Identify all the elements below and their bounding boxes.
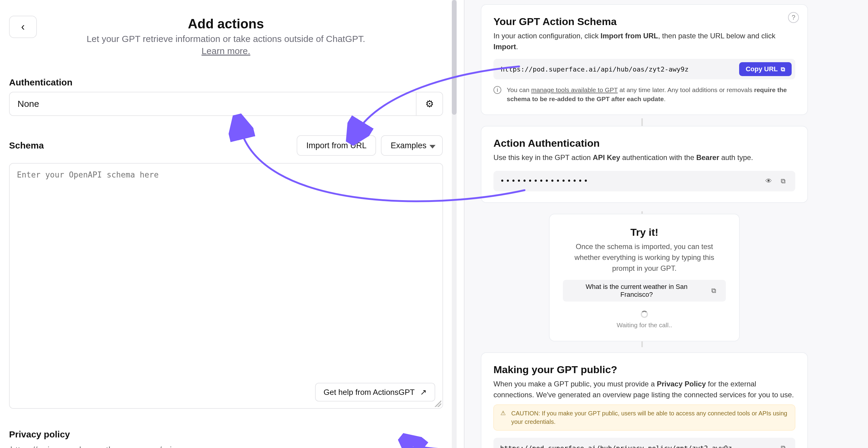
page-subtitle: Let your GPT retrieve information or tak…	[9, 34, 443, 44]
prompt-text: What is the current weather in San Franc…	[569, 283, 704, 299]
schema-editor: Get help from ActionsGPT ↗	[9, 163, 443, 409]
examples-label: Examples	[391, 141, 427, 150]
examples-dropdown[interactable]: Examples	[381, 135, 443, 156]
back-button[interactable]: ‹	[9, 16, 37, 38]
api-key-masked: ••••••••••••••••	[500, 177, 760, 185]
action-authentication-card: Action Authentication Use this key in th…	[481, 126, 808, 203]
authentication-field[interactable]: None ⚙	[9, 92, 443, 116]
card-title: Action Authentication	[493, 137, 795, 149]
card-text: Use this key in the GPT action API Key a…	[493, 152, 795, 163]
import-from-url-button[interactable]: Import from URL	[297, 135, 376, 156]
privacy-policy-label: Privacy policy	[9, 429, 443, 440]
manage-tools-link[interactable]: manage tools available to GPT	[531, 86, 618, 93]
card-title: Try it!	[563, 227, 726, 238]
guide-pane: ? Your GPT Action Schema In your action …	[464, 0, 868, 448]
info-note: i You can manage tools available to GPT …	[493, 85, 795, 103]
schema-label: Schema	[9, 140, 44, 151]
get-help-actionsgpt-button[interactable]: Get help from ActionsGPT ↗	[315, 383, 435, 401]
api-key-box: •••••••••••••••• 👁 ⧉	[493, 171, 795, 191]
privacy-url-value[interactable]: https://pod.superface.ai/hub/privacy-pol…	[500, 444, 772, 448]
eye-icon: 👁	[765, 177, 772, 185]
card-title: Your GPT Action Schema	[493, 16, 795, 27]
card-text: When you make a GPT public, you must pro…	[493, 379, 795, 400]
learn-more-link[interactable]: Learn more.	[9, 46, 443, 56]
authentication-value: None	[10, 92, 416, 115]
info-icon: i	[493, 86, 501, 94]
pane-divider	[452, 0, 464, 448]
copy-key-button[interactable]: ⧉	[778, 176, 788, 186]
authentication-label: Authentication	[9, 77, 443, 88]
gpt-action-schema-card: ? Your GPT Action Schema In your action …	[481, 4, 808, 115]
chevron-left-icon: ‹	[21, 21, 25, 33]
copy-icon: ⧉	[711, 287, 716, 295]
page-title: Add actions	[9, 16, 443, 31]
copy-icon: ⧉	[781, 177, 785, 185]
schema-textarea[interactable]	[10, 163, 442, 408]
schema-url-box: https://pod.superface.ai/api/hub/oas/zyt…	[493, 59, 795, 80]
card-title: Making your GPT public?	[493, 364, 795, 376]
reveal-key-button[interactable]: 👁	[763, 176, 774, 186]
authentication-settings-button[interactable]: ⚙	[416, 92, 442, 115]
try-it-card: Try it! Once the schema is imported, you…	[549, 214, 740, 341]
making-gpt-public-card: Making your GPT public? When you make a …	[481, 352, 808, 448]
privacy-policy-input[interactable]	[9, 443, 443, 448]
actionsgpt-label: Get help from ActionsGPT	[323, 388, 415, 397]
caution-note: ⚠ CAUTION: If you make your GPT public, …	[493, 405, 795, 430]
actions-config-pane: ‹ Add actions Let your GPT retrieve info…	[0, 0, 452, 448]
schema-url-value[interactable]: https://pod.superface.ai/api/hub/oas/zyt…	[501, 65, 734, 73]
warning-icon: ⚠	[500, 410, 506, 416]
loading-spinner	[641, 311, 648, 318]
copy-privacy-url-button[interactable]: ⧉	[778, 443, 788, 448]
card-text: In your action configuration, click Impo…	[493, 30, 795, 52]
copy-url-button[interactable]: Copy URL ⧉	[739, 62, 792, 76]
gear-icon: ⚙	[425, 98, 434, 110]
waiting-text: Waiting for the call..	[563, 322, 726, 329]
copy-url-label: Copy URL	[746, 65, 778, 73]
copy-prompt-button[interactable]: ⧉	[709, 285, 719, 296]
copy-icon: ⧉	[781, 444, 785, 448]
help-icon[interactable]: ?	[788, 12, 799, 23]
resize-handle[interactable]	[435, 400, 441, 407]
privacy-url-box: https://pod.superface.ai/hub/privacy-pol…	[493, 438, 795, 448]
example-prompt: What is the current weather in San Franc…	[563, 280, 726, 302]
copy-icon: ⧉	[781, 66, 785, 73]
external-link-icon: ↗	[420, 388, 427, 397]
card-text: Once the schema is imported, you can tes…	[563, 241, 726, 274]
caution-text: CAUTION: If you make your GPT public, us…	[511, 409, 789, 426]
